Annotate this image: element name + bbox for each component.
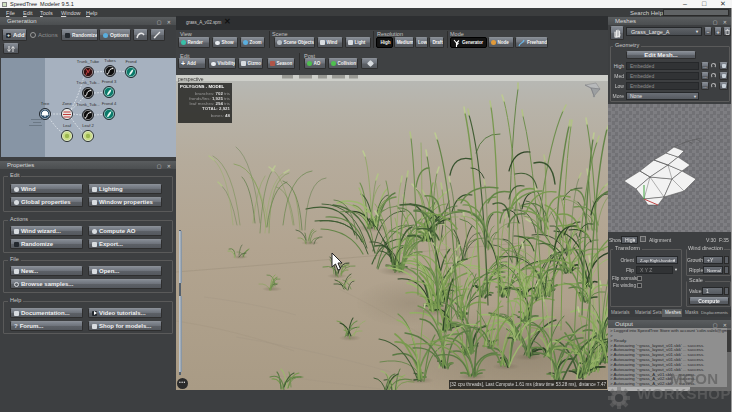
svg-text:Trunk_Tub...: Trunk_Tub...	[76, 80, 99, 85]
svg-text:Tree: Tree	[41, 101, 50, 106]
svg-text:Leaf 2: Leaf 2	[82, 123, 94, 128]
svg-text:Leaf: Leaf	[63, 123, 72, 128]
svg-text:Frond: Frond	[126, 59, 138, 64]
svg-text:Zone: Zone	[62, 101, 72, 106]
svg-text:Frond 4: Frond 4	[102, 101, 117, 106]
svg-text:Tubes: Tubes	[104, 58, 115, 63]
svg-text:Frond 3: Frond 3	[102, 79, 117, 84]
svg-text:Trunk_Tube: Trunk_Tube	[77, 59, 100, 64]
svg-text:Trunk_Tub...: Trunk_Tub...	[76, 102, 99, 107]
